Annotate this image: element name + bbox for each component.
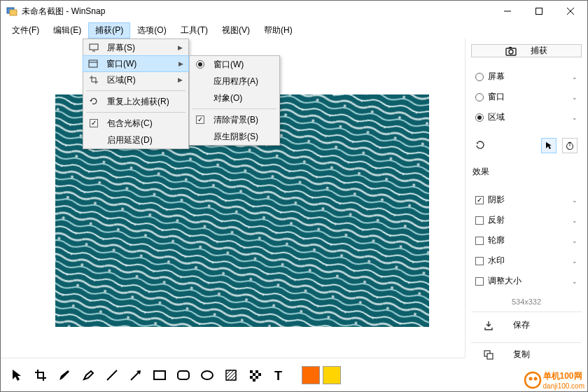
crop-icon bbox=[89, 75, 99, 85]
submenu-clearbg[interactable]: ✓清除背景(B) bbox=[190, 111, 279, 128]
svg-rect-3 bbox=[536, 8, 542, 15]
submenu-object[interactable]: 对象(O) bbox=[190, 90, 279, 106]
menu-view[interactable]: 视图(V) bbox=[215, 22, 257, 38]
ellipse-tool[interactable] bbox=[197, 365, 218, 386]
copy-button[interactable]: 复制 bbox=[471, 342, 582, 366]
text-tool[interactable]: T bbox=[268, 365, 289, 386]
undo-icon[interactable] bbox=[475, 141, 485, 150]
svg-line-22 bbox=[107, 370, 117, 380]
monitor-icon bbox=[89, 43, 99, 52]
check-reflect[interactable]: 反射⌄ bbox=[471, 212, 582, 228]
submenu-arrow-icon: ▶ bbox=[178, 44, 183, 51]
menu-item-screen[interactable]: 屏幕(S)▶ bbox=[83, 39, 188, 56]
pointer-tool[interactable] bbox=[6, 365, 27, 386]
svg-rect-27 bbox=[226, 370, 236, 380]
copy-icon bbox=[484, 350, 493, 360]
pointer-tool[interactable] bbox=[541, 138, 556, 153]
annotation-toolbar: T bbox=[1, 358, 465, 391]
mini-toolbar bbox=[471, 136, 582, 155]
menu-item-delay[interactable]: 启用延迟(D) bbox=[83, 132, 188, 148]
chevron-down-icon: ⌄ bbox=[572, 114, 578, 121]
submenu-window[interactable]: 窗口(W) bbox=[190, 56, 279, 73]
window-icon bbox=[88, 59, 98, 68]
menu-file[interactable]: 文件(F) bbox=[5, 22, 46, 38]
maximize-button[interactable] bbox=[523, 1, 554, 21]
pen-tool[interactable] bbox=[54, 365, 75, 386]
svg-rect-34 bbox=[255, 370, 258, 373]
svg-rect-1 bbox=[10, 10, 17, 15]
check-icon: ✓ bbox=[196, 115, 204, 124]
menu-item-region[interactable]: 区域(R)▶ bbox=[83, 71, 188, 88]
radio-region[interactable]: 区域⌄ bbox=[471, 109, 582, 125]
crop-tool[interactable] bbox=[30, 365, 51, 386]
radio-screen[interactable]: 屏幕⌄ bbox=[471, 69, 582, 85]
menu-capture[interactable]: 捕获(P) bbox=[88, 22, 130, 38]
color-orange[interactable] bbox=[302, 366, 320, 384]
window-title: 未命名截图 - WinSnap bbox=[22, 6, 105, 18]
save-button[interactable]: 保存 bbox=[471, 312, 582, 338]
radio-window[interactable]: 窗口⌄ bbox=[471, 89, 582, 105]
chevron-down-icon: ⌄ bbox=[572, 74, 578, 80]
watermark-icon bbox=[524, 371, 542, 389]
window-submenu: 窗口(W) 应用程序(A) 对象(O) ✓清除背景(B) 原生阴影(S) bbox=[189, 55, 280, 146]
dimensions-label: 534x332 bbox=[471, 293, 582, 307]
menu-edit[interactable]: 编辑(E) bbox=[46, 22, 88, 38]
line-tool[interactable] bbox=[102, 365, 122, 386]
pixelate-tool[interactable] bbox=[244, 365, 265, 386]
svg-rect-18 bbox=[90, 44, 98, 50]
svg-rect-33 bbox=[250, 370, 253, 373]
menu-options[interactable]: 选项(O) bbox=[130, 22, 173, 38]
svg-rect-17 bbox=[487, 354, 493, 359]
timer-tool[interactable] bbox=[562, 138, 578, 153]
color-yellow[interactable] bbox=[323, 366, 341, 384]
svg-rect-36 bbox=[258, 373, 261, 376]
chevron-down-icon: ⌄ bbox=[572, 94, 578, 101]
side-panel: 捕获 屏幕⌄ 窗口⌄ 区域⌄ 效果 ✓阴影⌄ 反射⌄ 轮廓⌄ 水印⌄ 调整大小⌄… bbox=[465, 38, 587, 358]
check-resize[interactable]: 调整大小⌄ bbox=[471, 273, 582, 289]
svg-rect-38 bbox=[255, 376, 258, 379]
menu-item-repeat[interactable]: 重复上次捕获(R) bbox=[83, 93, 188, 110]
submenu-app[interactable]: 应用程序(A) bbox=[190, 73, 279, 90]
refresh-icon bbox=[89, 97, 99, 106]
check-outline[interactable]: 轮廓⌄ bbox=[471, 232, 582, 248]
svg-text:T: T bbox=[274, 369, 282, 382]
menu-help[interactable]: 帮助(H) bbox=[257, 22, 300, 38]
effects-header: 效果 bbox=[471, 163, 582, 181]
rect-tool[interactable] bbox=[149, 365, 170, 386]
svg-point-43 bbox=[533, 377, 537, 381]
svg-rect-20 bbox=[89, 60, 97, 67]
svg-line-23 bbox=[131, 372, 139, 380]
svg-point-26 bbox=[202, 371, 213, 379]
site-watermark: 单机100网 danji100.com bbox=[524, 370, 584, 390]
check-watermark[interactable]: 水印⌄ bbox=[471, 253, 582, 269]
close-button[interactable] bbox=[554, 1, 586, 21]
app-icon bbox=[6, 6, 18, 17]
capture-button[interactable]: 捕获 bbox=[471, 44, 582, 57]
capture-label: 捕获 bbox=[531, 45, 547, 57]
highlighter-tool[interactable] bbox=[78, 365, 99, 386]
svg-point-42 bbox=[528, 377, 532, 381]
svg-rect-37 bbox=[250, 376, 253, 379]
check-shadow[interactable]: ✓阴影⌄ bbox=[471, 192, 582, 208]
radio-icon bbox=[196, 60, 204, 69]
svg-rect-39 bbox=[253, 379, 255, 382]
capture-dropdown: 屏幕(S)▶ 窗口(W)▶ 区域(R)▶ 重复上次捕获(R) ✓包含光标(C) … bbox=[83, 38, 189, 149]
camera-icon bbox=[505, 46, 517, 56]
menu-item-cursor[interactable]: ✓包含光标(C) bbox=[83, 115, 188, 132]
arrow-tool[interactable] bbox=[125, 365, 146, 386]
menu-item-window[interactable]: 窗口(W)▶ bbox=[83, 55, 189, 72]
svg-point-41 bbox=[525, 372, 540, 388]
roundrect-tool[interactable] bbox=[173, 365, 194, 386]
download-icon bbox=[484, 321, 493, 330]
blur-tool[interactable] bbox=[220, 365, 241, 386]
submenu-arrow-icon: ▶ bbox=[178, 60, 183, 67]
submenu-native[interactable]: 原生阴影(S) bbox=[190, 128, 279, 145]
svg-point-11 bbox=[509, 50, 513, 54]
svg-rect-35 bbox=[253, 373, 255, 376]
svg-rect-12 bbox=[509, 47, 512, 48]
minimize-button[interactable] bbox=[491, 1, 523, 21]
menu-tools[interactable]: 工具(T) bbox=[174, 22, 215, 38]
svg-rect-24 bbox=[154, 371, 165, 379]
check-icon: ✓ bbox=[90, 119, 98, 127]
menu-bar: 文件(F) 编辑(E) 捕获(P) 选项(O) 工具(T) 视图(V) 帮助(H… bbox=[1, 22, 587, 38]
